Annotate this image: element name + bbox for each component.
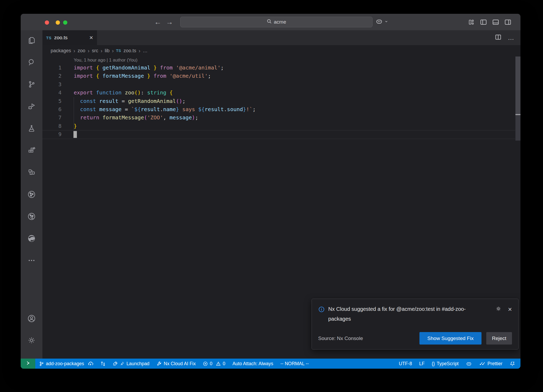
notifications-status-item[interactable] bbox=[510, 361, 515, 367]
compare-changes-status-item[interactable] bbox=[100, 361, 106, 366]
sidebar-left-icon[interactable] bbox=[479, 18, 487, 26]
git-blame-annotation: You, 1 hour ago | 1 author (You) bbox=[74, 57, 137, 64]
notification-settings-gear-icon[interactable] bbox=[495, 306, 502, 313]
notification-source: Source: Nx Console bbox=[318, 336, 363, 341]
code-line[interactable] bbox=[74, 130, 513, 138]
plug-icon bbox=[120, 361, 125, 366]
warning-icon bbox=[216, 361, 221, 366]
warning-count: 0 bbox=[223, 361, 225, 367]
run-debug-icon bbox=[27, 102, 36, 112]
line-number[interactable]: 2 bbox=[42, 72, 62, 80]
code-line[interactable]: const result = getRandomAnimal(); bbox=[74, 97, 513, 105]
panel-icon[interactable] bbox=[492, 18, 500, 26]
graph-search-icon bbox=[27, 212, 36, 222]
sidebar-item-explorer[interactable] bbox=[25, 34, 38, 47]
encoding-status-item[interactable]: UTF-8 bbox=[399, 361, 412, 367]
reject-button[interactable]: Reject bbox=[486, 332, 512, 345]
scrollbar-track[interactable] bbox=[515, 115, 520, 141]
code-line[interactable]: import { getRandomAnimal } from '@acme/a… bbox=[74, 64, 513, 72]
git-branch-icon bbox=[39, 361, 44, 366]
traffic-zoom-button[interactable] bbox=[63, 20, 67, 25]
line-number[interactable]: 3 bbox=[42, 80, 62, 89]
status-bar: add-zoo-packages bbox=[21, 359, 520, 369]
line-number[interactable]: 1 bbox=[42, 64, 62, 72]
launchpad-status-item[interactable]: Launchpad bbox=[113, 361, 150, 367]
customize-layout-icon[interactable] bbox=[467, 18, 475, 26]
sidebar-item-nx-cloud-inspect[interactable] bbox=[25, 211, 38, 223]
rocket-icon bbox=[113, 361, 118, 366]
encoding-label: UTF-8 bbox=[399, 361, 412, 367]
branch-status-item[interactable]: add-zoo-packages bbox=[39, 361, 93, 367]
error-count: 0 bbox=[210, 361, 212, 367]
graph-circle-icon bbox=[27, 190, 36, 200]
settings-button[interactable] bbox=[21, 336, 42, 346]
show-suggested-fix-button[interactable]: Show Suggested Fix bbox=[419, 332, 481, 345]
breadcrumb-item-lib[interactable]: lib bbox=[105, 48, 110, 54]
notification-close-icon[interactable]: × bbox=[508, 306, 512, 312]
split-editor-icon[interactable] bbox=[494, 33, 502, 42]
breadcrumb-item-src[interactable]: src bbox=[92, 48, 98, 54]
sidebar-item-nx-cloud[interactable] bbox=[25, 189, 38, 201]
language-status-item[interactable]: {} TypeScript bbox=[432, 361, 458, 367]
close-icon[interactable]: × bbox=[89, 35, 93, 40]
titlebar: ← → acme bbox=[21, 14, 520, 30]
forward-button[interactable]: → bbox=[165, 18, 174, 27]
copilot-status-item[interactable] bbox=[466, 361, 472, 367]
code-line[interactable]: return formatMessage('ZOO', message); bbox=[74, 114, 513, 122]
eol-status-item[interactable]: LF bbox=[419, 361, 424, 367]
more-actions-icon[interactable]: … bbox=[508, 34, 515, 41]
line-number[interactable]: 6 bbox=[42, 105, 62, 114]
code-lines[interactable]: import { getRandomAnimal } from '@acme/a… bbox=[74, 64, 513, 139]
branch-name: add-zoo-packages bbox=[46, 361, 84, 367]
current-line-border bbox=[42, 139, 515, 139]
sidebar-right-icon[interactable] bbox=[504, 18, 512, 26]
remote-icon bbox=[25, 360, 31, 367]
remote-indicator[interactable] bbox=[21, 359, 35, 369]
vim-block-cursor bbox=[73, 131, 77, 138]
auto-attach-status-item[interactable]: Auto Attach: Always bbox=[233, 361, 273, 367]
breadcrumb-item-more[interactable]: … bbox=[143, 48, 147, 54]
code-line[interactable]: export function zoo(): string { bbox=[74, 89, 513, 97]
breadcrumb-item-packages[interactable]: packages bbox=[51, 48, 71, 54]
traffic-minimize-button[interactable] bbox=[56, 20, 60, 25]
sidebar-item-edge-devtools[interactable] bbox=[25, 233, 38, 245]
breadcrumb-item-zoo-ts[interactable]: zoo.ts bbox=[124, 48, 136, 54]
problems-status-item[interactable]: 0 0 bbox=[203, 361, 225, 367]
code-line[interactable]: import { formatMessage } from '@acme/uti… bbox=[74, 72, 513, 80]
language-label: TypeScript bbox=[437, 361, 459, 367]
vim-mode-status-item[interactable]: -- NORMAL -- bbox=[280, 361, 309, 367]
notification-toast: Nx Cloud suggested a fix for @acme/zoo:t… bbox=[312, 299, 519, 350]
copilot-icon bbox=[466, 361, 472, 367]
account-button[interactable] bbox=[21, 314, 42, 324]
chevron-right-icon: › bbox=[139, 48, 141, 54]
scrollbar-slider[interactable] bbox=[515, 56, 520, 114]
sidebar-item-more-views[interactable] bbox=[25, 255, 38, 267]
settings-gear-icon bbox=[27, 336, 36, 346]
line-number[interactable]: 7 bbox=[42, 114, 62, 122]
formatter-status-item[interactable]: ✓✓ Prettier bbox=[479, 361, 502, 367]
line-number[interactable]: 9 bbox=[42, 130, 62, 138]
code-line[interactable]: const message = `${result.name} says ${r… bbox=[74, 105, 513, 114]
tab-bar: TS zoo.ts × … bbox=[42, 30, 520, 45]
line-number[interactable]: 8 bbox=[42, 122, 62, 130]
sidebar-item-extensions[interactable] bbox=[25, 145, 38, 157]
copilot-menu-button[interactable] bbox=[375, 18, 388, 27]
line-number[interactable]: 4 bbox=[42, 89, 62, 97]
traffic-close-button[interactable] bbox=[45, 20, 49, 25]
sidebar-item-source-control[interactable] bbox=[25, 79, 38, 91]
layout-controls bbox=[467, 18, 512, 27]
line-number[interactable]: 5 bbox=[42, 97, 62, 105]
code-line[interactable] bbox=[74, 80, 513, 89]
typescript-file-icon: TS bbox=[116, 49, 121, 53]
code-line[interactable]: } bbox=[74, 122, 513, 130]
chevron-down-icon bbox=[384, 20, 388, 24]
tab-zoo-ts[interactable]: TS zoo.ts × bbox=[42, 30, 97, 45]
command-center-search[interactable]: acme bbox=[180, 17, 373, 27]
sidebar-item-run-debug[interactable] bbox=[25, 101, 38, 113]
breadcrumb-item-zoo[interactable]: zoo bbox=[78, 48, 85, 54]
sidebar-item-search[interactable] bbox=[25, 56, 38, 69]
back-button[interactable]: ← bbox=[153, 18, 162, 27]
nx-cloud-fix-status-item[interactable]: Nx Cloud AI Fix bbox=[157, 361, 196, 367]
sidebar-item-testing[interactable] bbox=[25, 123, 38, 135]
sidebar-item-nx-console[interactable] bbox=[25, 167, 38, 179]
